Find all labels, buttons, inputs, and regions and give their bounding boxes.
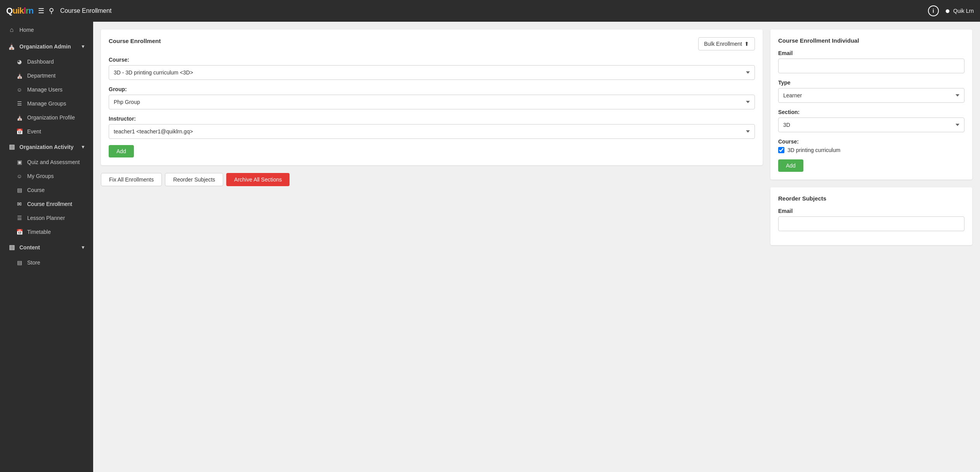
user-avatar-icon: ● xyxy=(945,6,950,16)
course-select[interactable]: 3D - 3D printing curriculum <3D> xyxy=(109,65,755,80)
lesson-planner-icon: ☰ xyxy=(16,215,23,221)
reorder-subjects-card: Reorder Subjects Email xyxy=(770,187,972,245)
reorder-subjects-button[interactable]: Reorder Subjects xyxy=(165,173,223,186)
org-profile-label: Organization Profile xyxy=(27,114,75,121)
user-menu[interactable]: ● Quik Lrn xyxy=(945,6,974,16)
manage-groups-label: Manage Groups xyxy=(27,100,66,107)
group-field-group: Group: Php Group xyxy=(109,86,755,109)
course-enrollment-card-header: Course Enrollment Bulk Enrollment ⬆ xyxy=(109,37,755,50)
individual-type-group: Type Learner xyxy=(778,80,964,103)
sidebar-item-timetable[interactable]: 📅 Timetable xyxy=(0,225,93,239)
sidebar-item-store[interactable]: ▤ Store xyxy=(0,256,93,270)
sidebar-item-home[interactable]: ⌂ Home xyxy=(0,22,93,38)
search-icon[interactable]: ⚲ xyxy=(49,7,54,15)
sidebar-section-content[interactable]: ▤ Content ▼ xyxy=(0,239,93,256)
timetable-icon: 📅 xyxy=(16,229,23,235)
org-activity-label: Organization Activity xyxy=(19,144,74,150)
sidebar-item-course-enrollment[interactable]: ✉ Course Enrollment xyxy=(0,197,93,211)
my-groups-icon: ☺ xyxy=(16,173,23,179)
right-panel: Course Enrollment Individual Email Type … xyxy=(770,29,972,464)
content-section-left: ▤ Content xyxy=(8,244,40,251)
individual-section-label: Section: xyxy=(778,109,964,115)
user-name: Quik Lrn xyxy=(953,8,974,14)
department-icon: ⛪ xyxy=(16,73,23,79)
my-groups-label: My Groups xyxy=(27,173,54,179)
org-profile-icon: ⛪ xyxy=(16,114,23,121)
course-checkbox-group: 3D printing curriculum xyxy=(778,147,964,153)
course-enrollment-card-title: Course Enrollment xyxy=(109,38,161,44)
quiz-icon: ▣ xyxy=(16,159,23,165)
individual-section-group: Section: 3D xyxy=(778,109,964,132)
course-enrollment-label: Course Enrollment xyxy=(27,201,72,207)
individual-email-input[interactable] xyxy=(778,59,964,73)
left-panel: Course Enrollment Bulk Enrollment ⬆ Cour… xyxy=(101,29,763,464)
individual-type-label: Type xyxy=(778,80,964,86)
reorder-email-group: Email xyxy=(778,208,964,231)
event-label: Event xyxy=(27,128,41,135)
individual-email-label: Email xyxy=(778,50,964,56)
info-icon[interactable]: i xyxy=(928,5,939,16)
department-label: Department xyxy=(27,73,56,79)
fix-all-enrollments-button[interactable]: Fix All Enrollments xyxy=(101,173,162,186)
timetable-label: Timetable xyxy=(27,229,51,235)
course-enrollment-icon: ✉ xyxy=(16,201,23,207)
sidebar-item-manage-users[interactable]: ☺ Manage Users xyxy=(0,83,93,97)
course-checkbox[interactable] xyxy=(778,147,784,153)
manage-groups-icon: ☰ xyxy=(16,100,23,107)
main-layout: ⌂ Home ⛪ Organization Admin ▼ ◕ Dashboar… xyxy=(0,22,980,472)
sidebar: ⌂ Home ⛪ Organization Admin ▼ ◕ Dashboar… xyxy=(0,22,93,472)
group-select[interactable]: Php Group xyxy=(109,95,755,109)
bulk-enrollment-label: Bulk Enrollment xyxy=(704,41,742,47)
dashboard-icon: ◕ xyxy=(16,59,23,65)
sidebar-item-department[interactable]: ⛪ Department xyxy=(0,69,93,83)
content-label: Content xyxy=(19,244,40,251)
individual-add-button[interactable]: Add xyxy=(778,159,803,172)
sidebar-item-quiz-assessment[interactable]: ▣ Quiz and Assessment xyxy=(0,155,93,169)
individual-section-select[interactable]: 3D xyxy=(778,118,964,132)
enrollment-add-button[interactable]: Add xyxy=(109,145,134,157)
bulk-enrollment-button[interactable]: Bulk Enrollment ⬆ xyxy=(698,37,755,50)
org-admin-icon: ⛪ xyxy=(8,43,16,50)
store-label: Store xyxy=(27,259,40,266)
topnav-right: i ● Quik Lrn xyxy=(928,5,974,16)
course-enrollment-card: Course Enrollment Bulk Enrollment ⬆ Cour… xyxy=(101,29,763,165)
sidebar-item-event[interactable]: 📅 Event xyxy=(0,124,93,138)
sidebar-item-my-groups[interactable]: ☺ My Groups xyxy=(0,169,93,183)
archive-all-sections-button[interactable]: Archive All Sections xyxy=(226,173,290,186)
action-buttons-row: Fix All Enrollments Reorder Subjects Arc… xyxy=(101,173,763,186)
sidebar-item-org-profile[interactable]: ⛪ Organization Profile xyxy=(0,111,93,124)
enrollment-individual-card: Course Enrollment Individual Email Type … xyxy=(770,29,972,180)
sidebar-section-org-activity[interactable]: ▤ Organization Activity ▼ xyxy=(0,138,93,155)
manage-users-label: Manage Users xyxy=(27,86,62,93)
individual-course-label: Course: xyxy=(778,138,964,145)
sidebar-item-lesson-planner[interactable]: ☰ Lesson Planner xyxy=(0,211,93,225)
chevron-down-icon-2: ▼ xyxy=(81,144,85,150)
course-icon: ▤ xyxy=(16,187,23,193)
sidebar-section-org-admin[interactable]: ⛪ Organization Admin ▼ xyxy=(0,38,93,55)
course-label: Course xyxy=(27,187,45,193)
individual-email-group: Email xyxy=(778,50,964,73)
app-logo: Quiklrn xyxy=(6,6,33,16)
individual-type-select[interactable]: Learner xyxy=(778,88,964,103)
page-title: Course Enrollment xyxy=(60,7,112,14)
reorder-email-input[interactable] xyxy=(778,216,964,231)
lesson-planner-label: Lesson Planner xyxy=(27,215,65,221)
course-field-group: Course: 3D - 3D printing curriculum <3D> xyxy=(109,57,755,80)
instructor-select[interactable]: teacher1 <teacher1@quiklrn.gq> xyxy=(109,124,755,139)
reorder-subjects-title: Reorder Subjects xyxy=(778,195,964,202)
instructor-field-label: Instructor: xyxy=(109,116,755,122)
instructor-field-group: Instructor: teacher1 <teacher1@quiklrn.g… xyxy=(109,116,755,139)
individual-course-group: Course: 3D printing curriculum xyxy=(778,138,964,153)
sidebar-item-course[interactable]: ▤ Course xyxy=(0,183,93,197)
enrollment-individual-title: Course Enrollment Individual xyxy=(778,37,964,44)
hamburger-icon[interactable]: ☰ xyxy=(38,7,44,15)
upload-icon: ⬆ xyxy=(744,41,749,47)
main-content: Course Enrollment Bulk Enrollment ⬆ Cour… xyxy=(93,22,980,472)
chevron-down-icon: ▼ xyxy=(81,44,85,49)
sidebar-item-manage-groups[interactable]: ☰ Manage Groups xyxy=(0,97,93,111)
course-field-label: Course: xyxy=(109,57,755,63)
reorder-email-label: Email xyxy=(778,208,964,214)
sidebar-item-dashboard[interactable]: ◕ Dashboard xyxy=(0,55,93,69)
home-icon: ⌂ xyxy=(8,26,16,33)
group-field-label: Group: xyxy=(109,86,755,92)
